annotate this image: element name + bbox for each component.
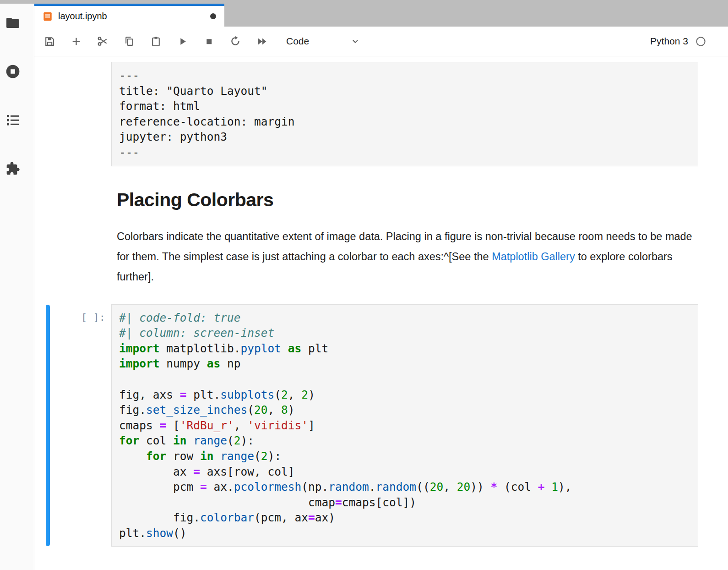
raw-cell-gutter (34, 62, 111, 166)
raw-cell: --- title: "Quarto Layout" format: html … (34, 62, 728, 166)
puzzle-icon (5, 161, 20, 176)
markdown-rendered: Placing Colorbars Colorbars indicate the… (111, 166, 698, 304)
code-cell: [ ]: #| code-fold: true#| column: screen… (34, 304, 728, 547)
sidebar-item-table-of-contents[interactable] (0, 112, 26, 128)
tab-layout-ipynb[interactable]: layout.ipynb (34, 4, 224, 27)
cell-type-value: Code (286, 36, 309, 47)
code-cell-source[interactable]: #| code-fold: true#| column: screen-inse… (111, 304, 698, 547)
kernel-status-icon (695, 36, 706, 47)
main-area: layout.ipynb (34, 0, 728, 570)
folder-icon (5, 16, 20, 29)
stop-icon (203, 36, 215, 47)
left-sidebar (0, 0, 34, 570)
notebook-toolbar: Code Python 3 (34, 27, 728, 56)
restart-kernel-button[interactable] (222, 31, 249, 51)
chevron-down-icon (350, 36, 360, 46)
run-cell-button[interactable] (169, 31, 196, 51)
sidebar-item-running-sessions[interactable] (0, 64, 26, 79)
play-icon (177, 36, 188, 47)
copy-icon (124, 36, 135, 47)
sidebar-item-extension-manager[interactable] (0, 161, 26, 176)
markdown-paragraph: Colorbars indicate the quantitative exte… (117, 226, 696, 287)
save-icon (44, 36, 55, 47)
notebook-file-icon (43, 11, 53, 22)
copy-cells-button[interactable] (116, 31, 142, 51)
plus-icon (71, 36, 82, 47)
execution-prompt: [ ]: (81, 312, 105, 323)
interrupt-kernel-button[interactable] (196, 31, 222, 51)
list-icon (5, 113, 20, 127)
markdown-cell-gutter (34, 166, 111, 304)
notebook-content: --- title: "Quarto Layout" format: html … (34, 56, 728, 570)
sidebar-item-file-browser[interactable] (0, 15, 26, 31)
scissors-icon (97, 35, 109, 47)
code-cell-gutter: [ ]: (34, 304, 111, 547)
kernel-name[interactable]: Python 3 (650, 36, 688, 47)
save-button[interactable] (36, 31, 63, 51)
markdown-cell: Placing Colorbars Colorbars indicate the… (34, 166, 728, 304)
dirty-indicator[interactable] (210, 13, 216, 19)
fast-forward-icon (256, 35, 268, 48)
clipboard-icon (150, 36, 162, 47)
markdown-heading: Placing Colorbars (117, 189, 696, 211)
cell-type-dropdown[interactable]: Code (286, 36, 360, 47)
restart-icon (229, 35, 241, 47)
raw-cell-source[interactable]: --- title: "Quarto Layout" format: html … (111, 62, 698, 166)
tab-title: layout.ipynb (58, 11, 107, 22)
insert-cell-button[interactable] (63, 31, 89, 51)
tab-bar: layout.ipynb (34, 0, 728, 27)
stop-circle-icon (5, 64, 21, 79)
matplotlib-gallery-link[interactable]: Matplotlib Gallery (492, 251, 575, 263)
jupyterlab-app: layout.ipynb (0, 0, 728, 570)
kernel-indicator: Python 3 (650, 36, 706, 47)
paste-cells-button[interactable] (142, 31, 169, 51)
window-chrome (0, 0, 35, 4)
cut-cells-button[interactable] (89, 31, 116, 51)
restart-run-all-button[interactable] (249, 31, 275, 51)
active-cell-indicator[interactable] (46, 305, 50, 547)
